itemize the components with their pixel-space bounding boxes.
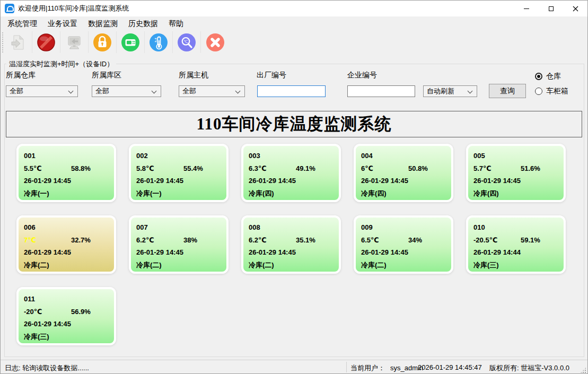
device-cards-grid: 001 5.5℃58.8% 26-01-29 14:45 冷库(一) 002 5… xyxy=(16,144,573,345)
device-id: 006 xyxy=(24,221,114,234)
device-timestamp: 26-01-29 14:45 xyxy=(249,175,339,187)
device-id: 011 xyxy=(24,293,114,306)
factory-no-input[interactable] xyxy=(257,85,326,97)
groupbox-title: 温湿度实时监测+时间+（设备ID） xyxy=(6,59,116,69)
device-location: 冷库(三) xyxy=(473,259,564,272)
banner: 110车间冷库温度监测系统 xyxy=(6,111,582,137)
device-location: 冷库(二) xyxy=(249,259,339,272)
toolbar-button-lock[interactable] xyxy=(89,31,117,53)
warehouse-select-value: 全部 xyxy=(10,86,23,96)
menu-business-settings[interactable]: 业务设置 xyxy=(42,16,83,30)
log-status: 日志: 轮询读取设备数据...... xyxy=(5,363,89,373)
device-timestamp: 26-01-29 14:45 xyxy=(361,175,451,187)
chevron-down-icon xyxy=(152,89,157,94)
device-card-004[interactable]: 004 6℃50.8% 26-01-29 14:45 冷库(四) xyxy=(354,144,453,202)
device-card-010[interactable]: 010 -20.5℃59.1% 26-01-29 14:44 冷库(三) xyxy=(466,215,566,274)
forbidden-icon xyxy=(37,33,56,52)
device-card-008[interactable]: 008 6.2℃35.1% 26-01-29 14:45 冷库(二) xyxy=(241,215,341,274)
device-location: 冷库(四) xyxy=(249,187,339,200)
window-title: 欢迎使用|110车间冷库|温度监测系统 xyxy=(18,4,129,13)
device-timestamp: 26-01-29 14:45 xyxy=(361,246,451,259)
radio-selected-icon xyxy=(535,73,542,80)
toolbar-button-disable[interactable] xyxy=(32,31,60,53)
device-humidity: 56.9% xyxy=(71,308,91,316)
toolbar-button-temperature[interactable] xyxy=(145,31,173,53)
device-humidity: 35.1% xyxy=(296,236,315,244)
search-temperature-icon: ℃ xyxy=(177,33,196,52)
company-no-label: 企业编号 xyxy=(347,71,377,80)
warehouse-select[interactable]: 全部 xyxy=(6,85,78,97)
device-timestamp: 26-01-29 14:45 xyxy=(24,318,114,330)
device-card-006[interactable]: 006 7℃32.7% 26-01-29 14:45 冷库(二) xyxy=(16,215,116,274)
maximize-button[interactable] xyxy=(539,1,563,16)
device-id: 008 xyxy=(249,221,339,234)
host-select[interactable]: 全部 xyxy=(179,85,245,97)
menu-system-management[interactable]: 系统管理 xyxy=(2,16,42,30)
close-button[interactable] xyxy=(563,1,587,16)
device-temperature: 6.3℃ xyxy=(249,162,296,175)
refresh-mode-select[interactable]: 自动刷新 xyxy=(423,85,477,97)
minimize-button[interactable] xyxy=(514,1,539,16)
device-timestamp: 26-01-29 14:45 xyxy=(473,175,564,187)
toolbar-button-monitor[interactable] xyxy=(60,31,89,53)
menu-history-data[interactable]: 历史数据 xyxy=(123,16,163,30)
radio-cabinet[interactable]: 车柜箱 xyxy=(535,86,568,96)
radio-warehouse-label: 仓库 xyxy=(546,72,561,81)
device-card-001[interactable]: 001 5.5℃58.8% 26-01-29 14:45 冷库(一) xyxy=(16,144,116,202)
device-temperature: 6℃ xyxy=(361,162,408,175)
toolbar-button-import[interactable] xyxy=(4,31,32,53)
device-temperature: -20.5℃ xyxy=(473,234,521,247)
device-humidity: 50.8% xyxy=(408,164,428,172)
device-timestamp: 26-01-29 14:45 xyxy=(136,175,226,187)
menu-data-monitoring[interactable]: 数据监测 xyxy=(83,16,123,30)
host-label: 所属主机 xyxy=(179,71,208,80)
exit-icon xyxy=(206,33,225,52)
device-card-005[interactable]: 005 5.7℃51.6% 26-01-29 14:45 冷库(四) xyxy=(466,144,566,202)
device-card-009[interactable]: 009 6.5℃34% 26-01-29 14:45 冷库(二) xyxy=(354,215,453,274)
application-window: 欢迎使用|110车间冷库|温度监测系统 系统管理 业务设置 数据监测 历史数据 … xyxy=(0,0,588,374)
device-timestamp: 26-01-29 14:45 xyxy=(136,246,226,259)
chevron-down-icon xyxy=(468,89,473,94)
device-humidity: 32.7% xyxy=(71,236,91,244)
current-user-label: 当前用户： xyxy=(350,364,385,372)
query-button[interactable]: 查询 xyxy=(489,84,526,98)
device-humidity: 58.8% xyxy=(71,164,91,172)
statusbar-divider xyxy=(346,362,347,372)
app-logo-icon xyxy=(5,4,14,13)
device-humidity: 59.1% xyxy=(521,236,540,244)
close-icon xyxy=(573,6,578,12)
menu-bar: 系统管理 业务设置 数据监测 历史数据 帮助 xyxy=(1,16,587,30)
toolbar-button-device[interactable] xyxy=(117,31,145,53)
radio-unselected-icon xyxy=(535,88,542,95)
device-location: 冷库(二) xyxy=(361,259,451,272)
zone-select-value: 全部 xyxy=(95,86,109,96)
device-temperature: 6.2℃ xyxy=(249,234,296,247)
lock-icon xyxy=(93,33,112,52)
device-id: 010 xyxy=(473,221,564,234)
device-location: 冷库(三) xyxy=(24,330,114,343)
device-card-003[interactable]: 003 6.3℃49.1% 26-01-29 14:45 冷库(四) xyxy=(241,144,341,202)
company-no-input[interactable] xyxy=(347,85,415,97)
device-card-007[interactable]: 007 6.2℃38% 26-01-29 14:45 冷库(二) xyxy=(129,215,229,274)
toolbar-button-exit[interactable] xyxy=(201,31,229,53)
thermometer-icon xyxy=(149,33,168,52)
device-location: 冷库(四) xyxy=(473,187,564,200)
radio-warehouse[interactable]: 仓库 xyxy=(535,72,561,81)
device-card-002[interactable]: 002 5.8℃55.4% 26-01-29 14:45 冷库(一) xyxy=(129,144,229,202)
menu-help[interactable]: 帮助 xyxy=(163,16,189,30)
device-humidity: 55.4% xyxy=(183,164,203,172)
device-location: 冷库(一) xyxy=(136,187,226,200)
status-bar: 日志: 轮询读取设备数据...... 当前用户：sys_admin 2026-0… xyxy=(1,360,587,374)
toolbar-button-search[interactable]: ℃ xyxy=(173,31,201,53)
device-location: 冷库(二) xyxy=(24,259,114,272)
device-temperature: 5.7℃ xyxy=(473,162,521,175)
zone-select[interactable]: 全部 xyxy=(92,85,161,97)
factory-no-label: 出厂编号 xyxy=(257,71,286,80)
resize-grip[interactable] xyxy=(580,367,586,373)
device-humidity: 49.1% xyxy=(296,164,315,172)
device-timestamp: 26-01-29 14:45 xyxy=(24,175,114,187)
device-card-011[interactable]: 011 -20℃56.9% 26-01-29 14:45 冷库(三) xyxy=(16,287,116,345)
device-id: 007 xyxy=(136,221,226,234)
svg-text:℃: ℃ xyxy=(183,39,188,44)
radio-cabinet-label: 车柜箱 xyxy=(546,86,568,96)
